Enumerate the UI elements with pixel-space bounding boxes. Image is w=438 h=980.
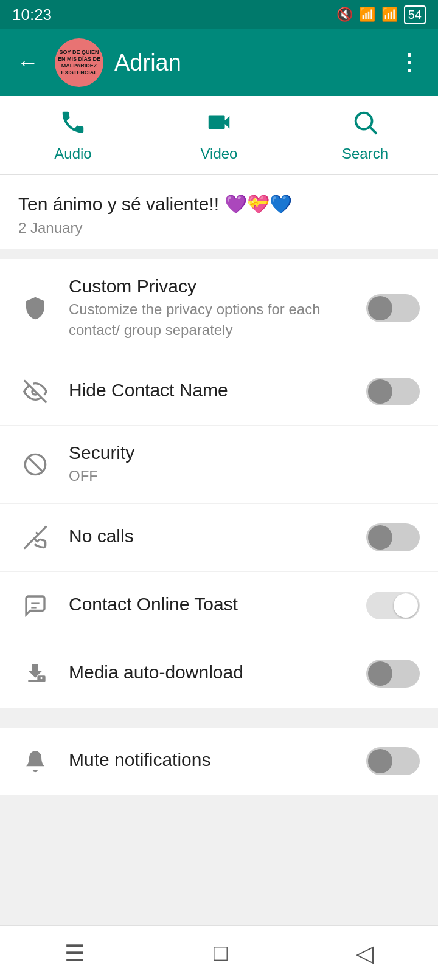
toggle-knob — [368, 661, 392, 686]
setting-media-auto-download[interactable]: Media auto-download — [0, 640, 438, 708]
eye-off-icon — [18, 374, 52, 408]
status-bar: 10:23 🔇 📶 📶 54 — [0, 0, 438, 29]
media-auto-download-content: Media auto-download — [69, 662, 366, 685]
mute-notifications-toggle[interactable] — [366, 747, 420, 775]
menu-button[interactable]: ☰ — [40, 934, 109, 973]
media-auto-download-toggle[interactable] — [366, 660, 420, 688]
svg-point-9 — [40, 677, 42, 679]
security-content: Security OFF — [69, 443, 420, 486]
svg-line-4 — [28, 457, 43, 472]
phone-icon — [59, 108, 87, 140]
phone-off-icon — [18, 521, 52, 554]
wifi-icon: 📶 — [359, 7, 375, 22]
security-subtitle: OFF — [69, 466, 420, 486]
toggle-knob — [368, 296, 392, 320]
action-bar: Audio Video Search — [0, 96, 438, 175]
toggle-knob — [368, 525, 392, 550]
toggle-knob — [394, 593, 418, 618]
header: ← SOY DE QUIEN EN MIS DÍAS DE MALPARIDEZ… — [0, 29, 438, 96]
status-time: 10:23 — [12, 5, 52, 24]
svg-line-1 — [370, 128, 377, 134]
search-button[interactable]: Search — [292, 108, 438, 162]
no-calls-toggle[interactable] — [366, 523, 420, 551]
bottom-spacer — [0, 796, 438, 851]
status-icons: 🔇 📶 📶 54 — [336, 5, 426, 24]
contact-online-toast-title: Contact Online Toast — [69, 594, 366, 615]
contact-online-toast-content: Contact Online Toast — [69, 594, 366, 617]
setting-no-calls[interactable]: No calls — [0, 504, 438, 572]
status-section: Ten ánimo y sé valiente!! 💜💝💙 2 January — [0, 175, 438, 249]
back-nav-button[interactable]: ◁ — [332, 934, 398, 973]
toggle-knob — [368, 379, 392, 404]
no-calls-title: No calls — [69, 526, 366, 547]
shield-icon — [18, 291, 52, 325]
avatar-text: SOY DE QUIEN EN MIS DÍAS DE MALPARIDEZ E… — [55, 47, 103, 78]
setting-contact-online-toast[interactable]: Contact Online Toast — [0, 572, 438, 640]
setting-security[interactable]: Security OFF — [0, 426, 438, 504]
video-icon — [205, 108, 233, 140]
custom-privacy-toggle[interactable] — [366, 294, 420, 322]
status-date: 2 January — [18, 219, 420, 236]
setting-mute-notifications[interactable]: Mute notifications — [0, 728, 438, 796]
mute-section: Mute notifications — [0, 728, 438, 796]
bell-icon — [18, 745, 52, 778]
home-button[interactable]: □ — [189, 934, 252, 972]
section-divider — [0, 708, 438, 718]
mute-icon: 🔇 — [336, 7, 353, 22]
mute-notifications-content: Mute notifications — [69, 750, 366, 773]
hide-contact-name-content: Hide Contact Name — [69, 380, 366, 403]
toggle-knob — [368, 749, 392, 773]
setting-custom-privacy[interactable]: Custom Privacy Customize the privacy opt… — [0, 259, 438, 357]
settings-list: Custom Privacy Customize the privacy opt… — [0, 259, 438, 708]
avatar[interactable]: SOY DE QUIEN EN MIS DÍAS DE MALPARIDEZ E… — [55, 38, 103, 87]
status-text: Ten ánimo y sé valiente!! 💜💝💙 — [18, 193, 420, 215]
security-title: Security — [69, 443, 420, 463]
battery-icon: 54 — [404, 5, 426, 24]
back-button[interactable]: ← — [12, 45, 44, 80]
search-icon — [351, 108, 379, 140]
setting-hide-contact-name[interactable]: Hide Contact Name — [0, 357, 438, 426]
svg-point-0 — [356, 113, 372, 129]
media-auto-download-title: Media auto-download — [69, 662, 366, 683]
contact-online-toast-toggle[interactable] — [366, 592, 420, 619]
signal-icon: 📶 — [381, 7, 398, 22]
more-options-button[interactable]: ⋮ — [393, 44, 426, 81]
hide-contact-name-toggle[interactable] — [366, 378, 420, 405]
audio-call-button[interactable]: Audio — [0, 108, 146, 162]
mute-notifications-title: Mute notifications — [69, 750, 366, 770]
audio-label: Audio — [54, 145, 91, 162]
video-call-button[interactable]: Video — [146, 108, 292, 162]
download-lock-icon — [18, 657, 52, 691]
message-icon — [18, 589, 52, 623]
blocked-icon — [18, 447, 52, 481]
contact-name[interactable]: Adrian — [114, 50, 382, 76]
bottom-nav: ☰ □ ◁ — [0, 925, 438, 980]
no-calls-content: No calls — [69, 526, 366, 549]
custom-privacy-content: Custom Privacy Customize the privacy opt… — [69, 276, 366, 340]
hide-contact-name-title: Hide Contact Name — [69, 380, 366, 401]
video-label: Video — [201, 145, 238, 162]
custom-privacy-subtitle: Customize the privacy options for each c… — [69, 299, 366, 340]
search-label: Search — [342, 145, 388, 162]
custom-privacy-title: Custom Privacy — [69, 276, 366, 297]
